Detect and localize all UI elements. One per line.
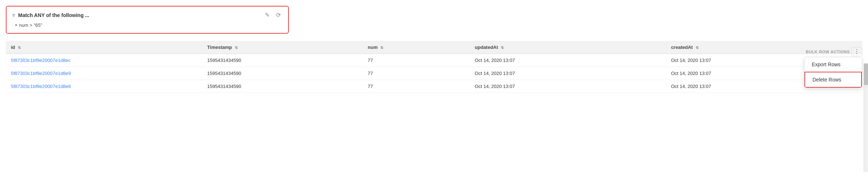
filter-actions: ✎ ⟳ xyxy=(263,12,282,19)
col-header-id[interactable]: id ⇅ xyxy=(6,41,202,54)
filter-condition: • num > "65" xyxy=(12,22,282,28)
cell-timestamp: 1595431434590 xyxy=(202,54,363,67)
table-header-row: id ⇅ Timestamp ⇅ num ⇅ updatedAt ⇅ xyxy=(6,41,862,54)
table-wrapper: id ⇅ Timestamp ⇅ num ⇅ updatedAt ⇅ xyxy=(6,41,862,93)
condition-bullet: • xyxy=(15,22,17,28)
col-header-timestamp[interactable]: Timestamp ⇅ xyxy=(202,41,363,54)
cell-timestamp: 1595431434590 xyxy=(202,80,363,93)
scrollbar-thumb[interactable] xyxy=(864,63,868,85)
filter-box: ▿ Match ANY of the following ... ✎ ⟳ • n… xyxy=(6,6,289,34)
delete-rows-button[interactable]: Delete Rows xyxy=(804,72,862,88)
filter-title: Match ANY of the following ... xyxy=(18,12,89,18)
cell-updatedat: Oct 14, 2020 13:07 xyxy=(470,54,666,67)
condition-text: num > "65" xyxy=(19,22,42,28)
cell-updatedat: Oct 14, 2020 13:07 xyxy=(470,80,666,93)
table-row: 5f87303c1bf9e20007e1d8e9159543143459077O… xyxy=(6,67,862,80)
cell-timestamp: 1595431434590 xyxy=(202,67,363,80)
export-rows-button[interactable]: Export Rows xyxy=(804,57,862,72)
cell-id[interactable]: 5f87303c1bf9e20007e1d8e6 xyxy=(6,80,202,93)
table-row: 5f87303c1bf9e20007e1d8e6159543143459077O… xyxy=(6,80,862,93)
table-body: 5f87303c1bf9e20007e1d8ec159543143459077O… xyxy=(6,54,862,93)
bulk-actions-area: BULK ROW ACTIONS ⋮ Export Rows Delete Ro… xyxy=(804,47,862,88)
table-row: 5f87303c1bf9e20007e1d8ec159543143459077O… xyxy=(6,54,862,67)
bulk-more-button[interactable]: ⋮ xyxy=(851,47,862,56)
data-table: id ⇅ Timestamp ⇅ num ⇅ updatedAt ⇅ xyxy=(6,41,862,93)
scrollbar-track[interactable] xyxy=(864,63,868,172)
col-header-updatedat[interactable]: updatedAt ⇅ xyxy=(470,41,666,54)
filter-refresh-button[interactable]: ⟳ xyxy=(275,12,282,19)
cell-num: 77 xyxy=(363,80,470,93)
filter-header: ▿ Match ANY of the following ... ✎ ⟳ xyxy=(12,12,282,19)
filter-title-group: ▿ Match ANY of the following ... xyxy=(12,12,89,18)
cell-num: 77 xyxy=(363,54,470,67)
sort-icon-timestamp: ⇅ xyxy=(235,46,238,50)
filter-icon: ▿ xyxy=(12,12,15,18)
cell-num: 77 xyxy=(363,67,470,80)
col-header-num[interactable]: num ⇅ xyxy=(363,41,470,54)
cell-id[interactable]: 5f87303c1bf9e20007e1d8ec xyxy=(6,54,202,67)
sort-icon-updatedat: ⇅ xyxy=(501,46,504,50)
bulk-actions-header: BULK ROW ACTIONS ⋮ xyxy=(806,47,862,56)
cell-updatedat: Oct 14, 2020 13:07 xyxy=(470,67,666,80)
bulk-menu: Export Rows Delete Rows xyxy=(804,57,862,88)
filter-edit-button[interactable]: ✎ xyxy=(263,12,271,19)
sort-icon-id: ⇅ xyxy=(18,46,21,50)
page-container: ▿ Match ANY of the following ... ✎ ⟳ • n… xyxy=(0,0,868,193)
sort-icon-num: ⇅ xyxy=(380,46,383,50)
cell-id[interactable]: 5f87303c1bf9e20007e1d8e9 xyxy=(6,67,202,80)
sort-icon-createdat: ⇅ xyxy=(696,46,699,50)
bulk-row-actions-label: BULK ROW ACTIONS xyxy=(806,50,850,54)
